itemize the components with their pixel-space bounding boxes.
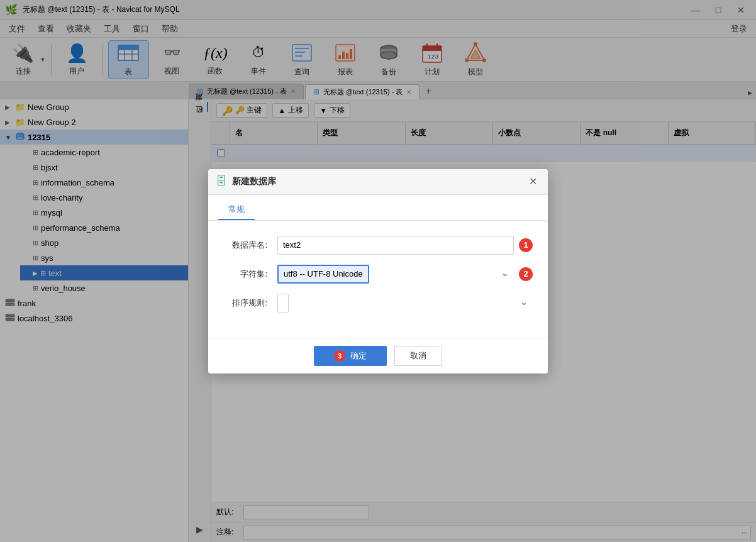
charset-select[interactable]: utf8 -- UTF-8 Unicode <box>277 265 369 284</box>
step-badge-1: 1 <box>519 238 533 252</box>
collation-select[interactable] <box>277 294 289 312</box>
collation-label: 排序规则: <box>223 297 267 309</box>
dialog-db-icon: 🗄 <box>216 175 227 188</box>
dbname-label: 数据库名: <box>223 240 267 251</box>
dbname-control: 1 <box>277 236 533 255</box>
collation-select-wrap <box>277 294 533 312</box>
dialog-title: 新建数据库 <box>232 176 276 187</box>
step-badge-3: 3 <box>334 350 345 362</box>
dialog-tab-general[interactable]: 常规 <box>218 200 255 220</box>
dialog-footer: 3 确定 取消 <box>208 338 548 373</box>
charset-control: utf8 -- UTF-8 Unicode 2 <box>277 265 533 284</box>
dialog-close-button[interactable]: ✕ <box>525 174 540 189</box>
step-badge-2: 2 <box>519 267 533 281</box>
charset-label: 字符集: <box>223 268 267 280</box>
dialog-title-bar: 🗄 新建数据库 ✕ <box>208 169 548 195</box>
dbname-row: 数据库名: 1 <box>223 236 533 255</box>
dialog-body: 数据库名: 1 字符集: utf8 -- UTF-8 Unicode 2 <box>208 221 548 338</box>
charset-row: 字符集: utf8 -- UTF-8 Unicode 2 <box>223 265 533 284</box>
dialog-tabs: 常规 <box>208 195 548 221</box>
dbname-input[interactable] <box>277 236 514 255</box>
collation-row: 排序规则: <box>223 294 533 312</box>
charset-select-wrap: utf8 -- UTF-8 Unicode <box>277 265 514 284</box>
collation-control <box>277 294 533 312</box>
confirm-button[interactable]: 3 确定 <box>314 346 387 366</box>
cancel-button[interactable]: 取消 <box>394 346 442 366</box>
new-database-dialog: 🗄 新建数据库 ✕ 常规 数据库名: 1 字符集: <box>208 169 548 373</box>
modal-overlay: 🗄 新建数据库 ✕ 常规 数据库名: 1 字符集: <box>0 0 756 542</box>
